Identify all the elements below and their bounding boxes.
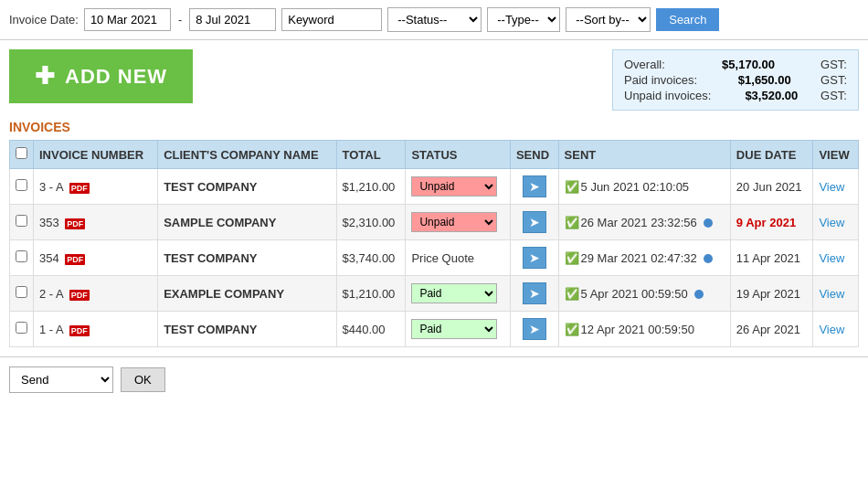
view-link[interactable]: View xyxy=(819,287,844,301)
invoice-number-cell: 1 - A PDF xyxy=(34,312,158,347)
send-button[interactable]: ➤ xyxy=(523,211,546,233)
unpaid-gst: GST: xyxy=(820,89,847,102)
row-checkbox-cell[interactable] xyxy=(10,276,34,312)
row-checkbox-cell[interactable] xyxy=(10,240,34,276)
add-new-button[interactable]: ✚ ADD NEW xyxy=(9,49,193,103)
total-cell: $1,210.00 xyxy=(336,276,406,312)
view-cell[interactable]: View xyxy=(813,312,859,347)
pdf-icon[interactable]: PDF xyxy=(65,218,85,229)
invoice-number: 3 - A xyxy=(39,180,63,194)
table-row: 353 PDFSAMPLE COMPANY$2,310.00 Unpaid Pa… xyxy=(10,205,859,240)
add-new-label: ADD NEW xyxy=(65,65,167,89)
company-name-cell: SAMPLE COMPANY xyxy=(158,205,336,240)
send-button[interactable]: ➤ xyxy=(523,247,546,269)
date-from-input[interactable] xyxy=(84,8,171,31)
row-checkbox-cell[interactable] xyxy=(10,169,34,205)
summary-box: Overall: $5,170.00 GST: Paid invoices: $… xyxy=(612,49,859,111)
send-button[interactable]: ➤ xyxy=(523,175,546,197)
date-to-input[interactable] xyxy=(189,8,276,31)
row-checkbox[interactable] xyxy=(16,215,27,227)
invoice-date-label: Invoice Date: xyxy=(9,13,79,27)
status-cell[interactable]: Paid PaidUnpaidPrice Quote xyxy=(406,312,511,347)
due-date: 19 Apr 2021 xyxy=(736,287,800,301)
status-cell[interactable]: Unpaid PaidUnpaidPrice Quote xyxy=(406,169,511,205)
send-cell[interactable]: ➤ xyxy=(510,276,558,312)
pdf-icon[interactable]: PDF xyxy=(69,325,90,336)
date-separator: - xyxy=(178,13,182,27)
row-checkbox[interactable] xyxy=(16,179,27,191)
table-row: 1 - A PDFTEST COMPANY$440.00 Paid PaidUn… xyxy=(10,312,859,347)
status-cell[interactable]: Price Quote xyxy=(406,240,511,276)
status-dropdown[interactable]: Paid PaidUnpaidPrice Quote xyxy=(411,319,497,339)
sent-cell: ✅26 Mar 2021 23:32:56 xyxy=(558,205,730,240)
view-cell[interactable]: View xyxy=(813,169,859,205)
type-select[interactable]: --Type-- xyxy=(487,7,560,32)
invoice-number: 1 - A xyxy=(39,323,63,336)
total-amount: $3,740.00 xyxy=(343,251,396,265)
filter-bar: Invoice Date: - --Status-- Paid Unpaid P… xyxy=(0,0,868,40)
status-dropdown[interactable]: Unpaid PaidUnpaidPrice Quote xyxy=(411,176,497,197)
send-arrow-icon: ➤ xyxy=(529,250,540,265)
sent-date: 5 Apr 2021 00:59:50 xyxy=(581,287,688,301)
view-link[interactable]: View xyxy=(819,180,844,194)
due-date: 20 Jun 2021 xyxy=(736,180,802,194)
overall-label: Overall: xyxy=(624,58,665,71)
company-name: TEST COMPANY xyxy=(164,251,257,265)
due-date-cell: 9 Apr 2021 xyxy=(730,205,813,240)
row-checkbox-cell[interactable] xyxy=(10,205,34,240)
view-cell[interactable]: View xyxy=(813,240,859,276)
status-text: Price Quote xyxy=(411,251,474,265)
status-cell[interactable]: Unpaid PaidUnpaidPrice Quote xyxy=(406,205,511,240)
sent-checkmark: ✅ xyxy=(565,251,579,265)
total-cell: $440.00 xyxy=(336,312,406,347)
view-link[interactable]: View xyxy=(819,216,844,229)
view-cell[interactable]: View xyxy=(813,276,859,312)
send-cell[interactable]: ➤ xyxy=(510,312,558,347)
send-cell[interactable]: ➤ xyxy=(510,240,558,276)
status-select[interactable]: --Status-- Paid Unpaid Price Quote xyxy=(387,7,482,32)
invoice-number-cell: 2 - A PDF xyxy=(34,276,158,312)
table-row: 3 - A PDFTEST COMPANY$1,210.00 Unpaid Pa… xyxy=(10,169,859,205)
due-date: 11 Apr 2021 xyxy=(736,251,800,265)
send-cell[interactable]: ➤ xyxy=(510,205,558,240)
unpaid-label: Unpaid invoices: xyxy=(624,89,711,102)
send-button[interactable]: ➤ xyxy=(523,282,546,304)
due-date-cell: 20 Jun 2021 xyxy=(730,169,813,205)
view-cell[interactable]: View xyxy=(813,205,859,240)
pdf-icon[interactable]: PDF xyxy=(65,254,85,265)
sent-cell: ✅12 Apr 2021 00:59:50 xyxy=(558,312,730,347)
total-amount: $440.00 xyxy=(343,323,386,336)
select-all-checkbox[interactable] xyxy=(16,147,27,159)
row-checkbox[interactable] xyxy=(16,286,27,298)
status-dropdown[interactable]: Paid PaidUnpaidPrice Quote xyxy=(411,283,497,303)
sent-cell: ✅5 Jun 2021 02:10:05 xyxy=(558,169,730,205)
search-button[interactable]: Search xyxy=(656,8,719,31)
overall-gst: GST: xyxy=(820,58,847,71)
pdf-icon[interactable]: PDF xyxy=(69,183,90,194)
pdf-icon[interactable]: PDF xyxy=(69,290,90,301)
table-row: 2 - A PDFEXAMPLE COMPANY$1,210.00 Paid P… xyxy=(10,276,859,312)
paid-row: Paid invoices: $1,650.00 GST: xyxy=(624,73,847,87)
header-view: VIEW xyxy=(813,141,859,169)
bulk-action-select[interactable]: Send Delete Mark as Paid xyxy=(9,366,113,393)
status-cell[interactable]: Paid PaidUnpaidPrice Quote xyxy=(406,276,511,312)
ok-button[interactable]: OK xyxy=(121,367,165,392)
send-cell[interactable]: ➤ xyxy=(510,169,558,205)
send-arrow-icon: ➤ xyxy=(529,286,540,301)
row-checkbox-cell[interactable] xyxy=(10,312,34,347)
status-dropdown[interactable]: Unpaid PaidUnpaidPrice Quote xyxy=(411,212,497,232)
company-name-cell: TEST COMPANY xyxy=(158,169,336,205)
company-name: EXAMPLE COMPANY xyxy=(164,287,284,301)
view-link[interactable]: View xyxy=(819,323,844,336)
header-checkbox[interactable] xyxy=(10,141,34,169)
view-link[interactable]: View xyxy=(819,251,844,265)
send-button[interactable]: ➤ xyxy=(523,318,546,340)
sort-select[interactable]: --Sort by-- xyxy=(566,7,651,32)
row-checkbox[interactable] xyxy=(16,250,27,262)
header-invoice-number: INVOICE NUMBER xyxy=(34,141,158,169)
sent-checkmark: ✅ xyxy=(565,287,579,301)
keyword-input[interactable] xyxy=(281,8,382,31)
row-checkbox[interactable] xyxy=(16,322,27,334)
sent-date: 29 Mar 2021 02:47:32 xyxy=(581,251,697,265)
total-cell: $3,740.00 xyxy=(336,240,406,276)
